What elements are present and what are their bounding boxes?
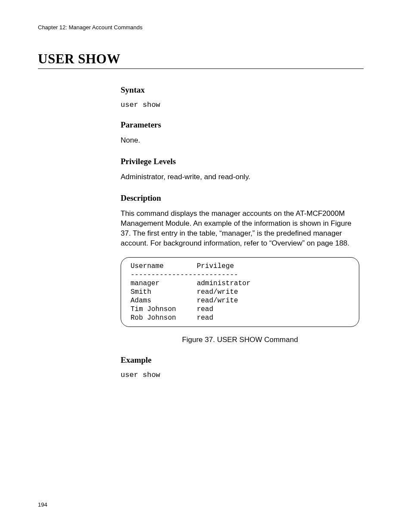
heading-syntax: Syntax [121, 85, 359, 95]
figure-caption: Figure 37. USER SHOW Command [121, 336, 359, 344]
description-text: This command displays the manager accoun… [121, 209, 359, 249]
page-title: USER SHOW [38, 51, 364, 69]
running-head: Chapter 12: Manager Account Commands [38, 24, 364, 31]
body-column: Syntax user show Parameters None. Privil… [121, 85, 359, 379]
command-output-box: Username Privilege ---------------------… [121, 257, 359, 327]
heading-parameters: Parameters [121, 120, 359, 130]
page-number: 194 [38, 501, 47, 508]
example-code: user show [121, 371, 359, 379]
command-output-text: Username Privilege ---------------------… [131, 262, 349, 322]
privilege-text: Administrator, read-write, and read-only… [121, 172, 359, 182]
heading-example: Example [121, 355, 359, 365]
heading-description: Description [121, 193, 359, 203]
parameters-text: None. [121, 136, 359, 146]
syntax-code: user show [121, 101, 359, 109]
heading-privilege-levels: Privilege Levels [121, 157, 359, 166]
